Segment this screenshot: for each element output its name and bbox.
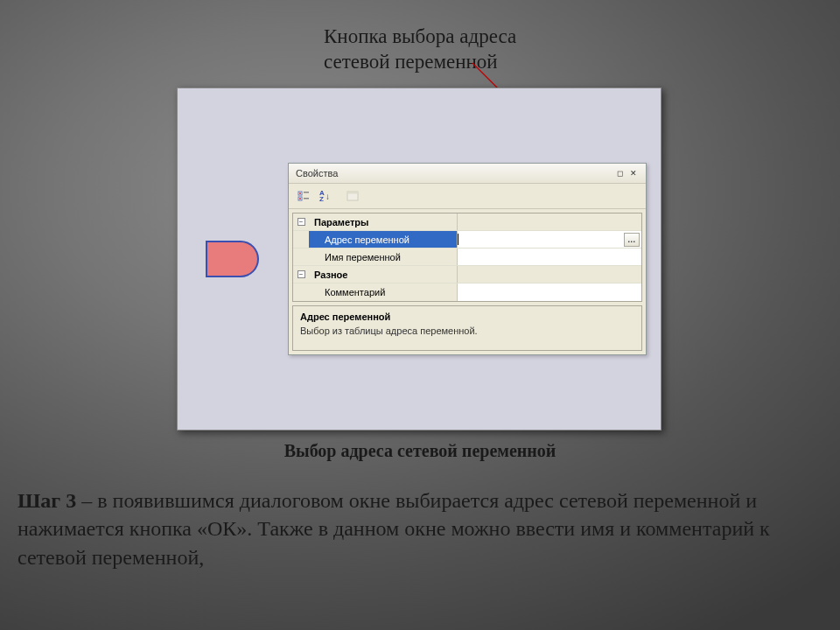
row-gutter	[293, 284, 309, 301]
annotation-label: Кнопка выбора адреса сетевой переменной	[324, 24, 516, 75]
svg-rect-6	[304, 198, 309, 200]
properties-toolbar: AZ↓	[289, 184, 646, 209]
collapse-toggle[interactable]: −	[293, 266, 309, 283]
description-title: Адрес переменной	[300, 312, 634, 322]
property-value-comment[interactable]	[458, 284, 641, 301]
property-grid: − Параметры Адрес переменной ... Имя пер…	[292, 213, 642, 302]
step-rest: – в появившимся диалоговом окне выбирает…	[18, 489, 770, 569]
collapse-toggle[interactable]: −	[293, 214, 309, 230]
step-lead: Шаг 3	[18, 489, 76, 512]
property-label-address: Адрес переменной	[309, 231, 458, 248]
sort-az-icon: AZ	[319, 190, 325, 202]
sort-az-button[interactable]: AZ↓	[315, 187, 334, 205]
annotation-line2: сетевой переменной	[324, 51, 498, 73]
description-pane: Адрес переменной Выбор из таблицы адреса…	[292, 305, 642, 351]
row-gutter	[293, 231, 309, 248]
property-label-comment: Комментарий	[309, 284, 458, 301]
step-text: Шаг 3 – в появившимся диалоговом окне вы…	[18, 486, 822, 571]
svg-rect-3	[304, 192, 309, 193]
and-gate-icon	[206, 241, 260, 277]
property-row-address[interactable]: Адрес переменной ...	[293, 231, 641, 248]
properties-panel: Свойства ◻ ✕ AZ↓	[288, 163, 647, 355]
figure-caption: Выбор адреса сетевой переменной	[0, 441, 840, 461]
maximize-icon[interactable]: ◻	[614, 169, 625, 178]
categorized-icon	[298, 191, 310, 202]
properties-titlebar: Свойства ◻ ✕	[289, 164, 646, 184]
row-gutter	[293, 248, 309, 265]
property-page-button	[343, 187, 362, 205]
categorized-view-button[interactable]	[294, 187, 313, 205]
properties-title-text: Свойства	[296, 168, 338, 178]
svg-rect-8	[347, 192, 358, 194]
screenshot-container: Свойства ◻ ✕ AZ↓	[177, 88, 662, 430]
category-value-empty	[458, 266, 641, 283]
text-caret	[458, 234, 458, 245]
category-label: Параметры	[309, 214, 458, 230]
annotation-line1: Кнопка выбора адреса	[324, 25, 516, 47]
gate-area	[178, 88, 288, 430]
property-row-name[interactable]: Имя переменной	[293, 248, 641, 266]
property-label-name: Имя переменной	[309, 248, 458, 265]
svg-point-5	[299, 198, 301, 200]
category-value-empty	[458, 214, 641, 230]
svg-point-2	[299, 192, 301, 194]
property-page-icon	[346, 191, 359, 201]
category-row-parameters[interactable]: − Параметры	[293, 214, 641, 231]
property-value-address[interactable]: ...	[458, 231, 641, 248]
address-browse-button[interactable]: ...	[624, 233, 640, 247]
category-row-misc[interactable]: − Разное	[293, 266, 641, 284]
description-body: Выбор из таблицы адреса переменной.	[300, 326, 634, 336]
close-icon[interactable]: ✕	[628, 169, 639, 178]
category-label-misc: Разное	[309, 266, 458, 283]
property-row-comment[interactable]: Комментарий	[293, 284, 641, 301]
property-value-name[interactable]	[458, 248, 641, 265]
